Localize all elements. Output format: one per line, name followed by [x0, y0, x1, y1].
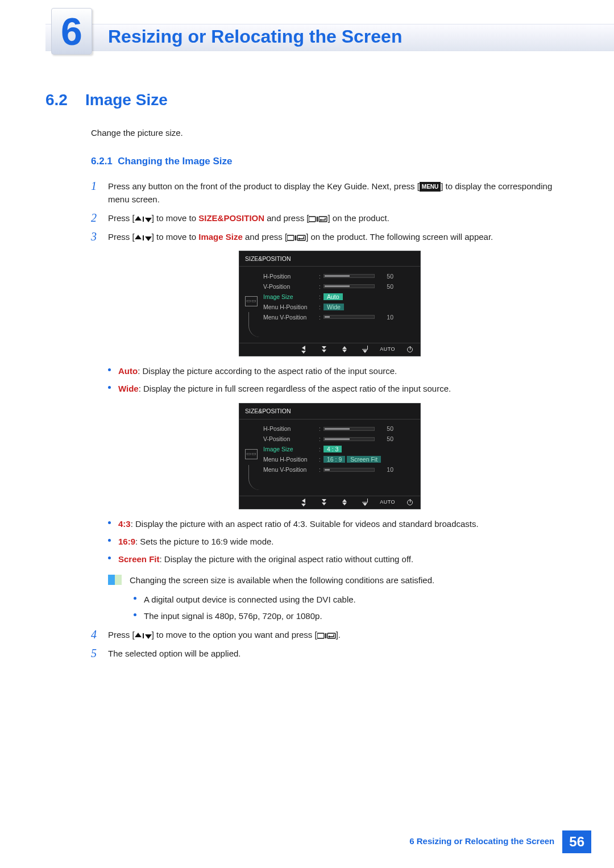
power-icon: [404, 347, 416, 352]
text: ] to move to: [152, 232, 199, 242]
keyword: Wide: [118, 384, 139, 393]
option-list-1: Auto: Display the picture according to t…: [108, 364, 569, 396]
osd-title: SIZE&POSITION: [239, 404, 420, 419]
subsection-number: 6.2.1: [91, 156, 113, 167]
osd-row-menuv: Menu V-Position: 10: [263, 312, 413, 322]
value: 10: [377, 465, 393, 474]
page-footer: 6 Resizing or Relocating the Screen 56: [401, 830, 591, 853]
size-position-icon: ▭▭: [245, 449, 258, 459]
label: Menu V-Position: [263, 465, 319, 474]
enter-icon: [359, 499, 371, 506]
up-icon: [339, 499, 350, 505]
text: : Display the picture with the original …: [160, 554, 414, 564]
back-icon: [298, 346, 309, 354]
step-text: Press [] to move to Image Size and press…: [108, 230, 569, 243]
text: and press [: [264, 213, 309, 223]
text: Press [: [108, 213, 135, 223]
osd-menu-2: SIZE&POSITION ▭▭ H-Position: 50: [239, 403, 421, 509]
chapter-number: 6: [61, 12, 82, 51]
menu-icon: MENU: [420, 182, 441, 192]
osd-option-auto: Auto: [323, 293, 343, 300]
keyword: 4:3: [118, 519, 131, 529]
value: 50: [377, 424, 393, 433]
option-list-2: 4:3: Display the picture with an aspect …: [108, 517, 569, 566]
text: ] to move to: [152, 213, 199, 223]
down-icon: [318, 346, 330, 352]
step-text: Press [] to move to the option you want …: [108, 628, 569, 641]
osd-row-hposition: H-Position: 50: [263, 424, 413, 434]
note-block: Changing the screen size is available wh…: [108, 574, 569, 587]
text: : Display the picture in full screen reg…: [139, 384, 451, 393]
label: V-Position: [263, 434, 319, 443]
label: H-Position: [263, 424, 319, 433]
subsection-title: Changing the Image Size: [118, 156, 232, 167]
label: Image Size: [263, 292, 319, 301]
text: : Display the picture according to the a…: [138, 366, 397, 376]
label: Image Size: [263, 445, 319, 454]
chapter-header: 6 Resizing or Relocating the Screen: [0, 0, 614, 68]
section-heading: 6.2 Image Size: [45, 91, 614, 109]
up-icon: [339, 346, 350, 352]
section-intro: Change the picture size.: [91, 126, 569, 139]
label: Menu H-Position: [263, 302, 319, 312]
osd-row-vposition: V-Position: 50: [263, 434, 413, 445]
select-enter-icon: [317, 633, 336, 639]
list-item: The input signal is 480p, 576p, 720p, or…: [134, 609, 569, 622]
osd-row-menuh: Menu H-Position: Wide: [263, 302, 413, 312]
osd-option-4-3: 4 : 3: [323, 446, 342, 452]
chapter-title: Resizing or Relocating the Screen: [108, 26, 402, 47]
step-5: 5 The selected option will be applied.: [91, 647, 569, 660]
label: Menu H-Position: [263, 455, 319, 464]
page-number: 56: [562, 830, 591, 853]
osd-row-menuv: Menu V-Position: 10: [263, 465, 413, 475]
text: and press [: [243, 232, 287, 242]
osd-menu-1: SIZE&POSITION ▭▭ H-Position: 50: [239, 251, 421, 356]
osd-title: SIZE&POSITION: [239, 251, 420, 267]
step-1: 1 Press any button on the front of the p…: [91, 180, 569, 206]
osd-option-screen-fit: Screen Fit: [347, 456, 381, 463]
back-icon: [298, 499, 309, 506]
osd-sidebar: ▭▭: [239, 420, 263, 496]
osd-row-menuh: Menu H-Position: 16 : 9 Screen Fit: [263, 455, 413, 465]
power-icon: [404, 500, 416, 505]
text: ] to move to the option you want and pre…: [152, 630, 317, 639]
osd-row-vposition: V-Position: 50: [263, 281, 413, 292]
size-position-icon: ▭▭: [245, 296, 258, 306]
label: H-Position: [263, 272, 319, 281]
text: ] on the product. The following screen w…: [306, 232, 493, 242]
value: 50: [377, 434, 393, 443]
footer-text: 6 Resizing or Relocating the Screen: [401, 830, 562, 853]
up-down-icon: [135, 216, 152, 222]
section-title: Image Size: [85, 91, 168, 109]
up-down-icon: [135, 633, 152, 639]
list-item: Wide: Display the picture in full screen…: [108, 382, 569, 395]
down-icon: [318, 499, 330, 505]
keyword: Screen Fit: [118, 554, 160, 564]
text: : Sets the picture to 16:9 wide mode.: [135, 537, 273, 546]
step-3: 3 Press [] to move to Image Size and pre…: [91, 230, 569, 243]
select-enter-icon: [287, 235, 306, 241]
step-2: 2 Press [] to move to SIZE&POSITION and …: [91, 211, 569, 225]
value: 50: [377, 282, 393, 291]
text: Press any button on the front of the pro…: [108, 181, 420, 191]
text: Press [: [108, 630, 135, 639]
keyword: SIZE&POSITION: [198, 213, 264, 223]
step-number: 2: [91, 211, 108, 225]
osd-row-imagesize: Image Size: 4 : 3: [263, 445, 413, 455]
step-number: 3: [91, 230, 108, 243]
up-down-icon: [135, 235, 152, 241]
label: V-Position: [263, 282, 319, 291]
text: ] on the product.: [327, 213, 389, 223]
step-text: Press [] to move to SIZE&POSITION and pr…: [108, 211, 569, 225]
text: : Display the picture with an aspect rat…: [131, 519, 479, 529]
chapter-number-badge: 6: [51, 8, 92, 55]
step-number: 4: [91, 628, 108, 641]
label: Menu V-Position: [263, 313, 319, 322]
osd-foot-auto: AUTO: [380, 346, 395, 354]
osd-option-wide: Wide: [323, 304, 344, 310]
osd-row-imagesize: Image Size: Auto: [263, 292, 413, 302]
step-text: The selected option will be applied.: [108, 647, 569, 660]
section-number: 6.2: [45, 91, 85, 109]
step-text: Press any button on the front of the pro…: [108, 180, 569, 206]
note-list: A digital output device is connected usi…: [134, 593, 569, 623]
